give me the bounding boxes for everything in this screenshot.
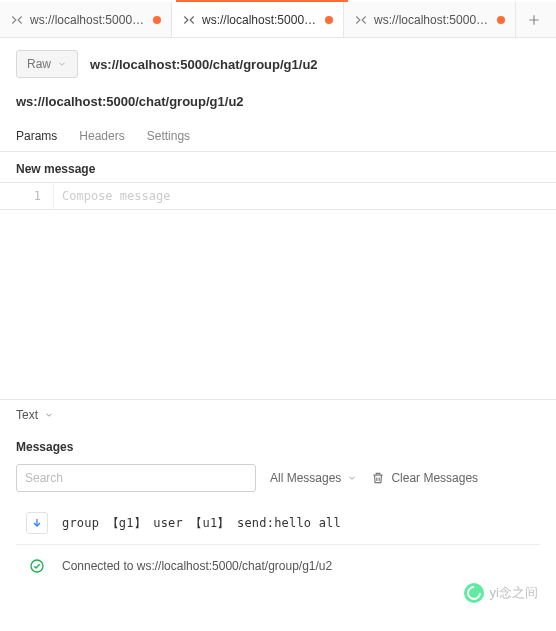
tab-label: ws://localhost:5000/ch (202, 13, 319, 27)
address-row: Raw ws://localhost:5000/chat/group/g1/u2 (0, 38, 556, 90)
websocket-icon (182, 13, 196, 27)
clear-messages-button[interactable]: Clear Messages (371, 471, 478, 485)
unsaved-dot-icon (497, 16, 505, 24)
line-number: 1 (0, 183, 54, 209)
message-text: Connected to ws://localhost:5000/chat/gr… (62, 559, 332, 573)
new-message-title: New message (0, 152, 556, 183)
search-input[interactable] (25, 471, 247, 485)
message-row[interactable]: Connected to ws://localhost:5000/chat/gr… (0, 545, 556, 587)
compose-placeholder: Compose message (54, 183, 556, 209)
plus-icon (527, 13, 541, 27)
subtab-settings[interactable]: Settings (147, 121, 190, 151)
compose-editor[interactable]: 1 Compose message (0, 183, 556, 210)
tab-1[interactable]: ws://localhost:5000/ch (172, 2, 344, 37)
raw-dropdown[interactable]: Raw (16, 50, 78, 78)
connected-icon (26, 555, 48, 577)
tab-label: ws://localhost:5000/ch (30, 13, 147, 27)
response-type-dropdown[interactable]: Text (0, 400, 556, 430)
subtab-params[interactable]: Params (16, 121, 57, 151)
tab-0[interactable]: ws://localhost:5000/ch (0, 2, 172, 37)
tab-bar: ws://localhost:5000/ch ws://localhost:50… (0, 2, 556, 38)
request-subtabs: Params Headers Settings (0, 121, 556, 152)
message-text: group 【g1】 user 【u1】 send:hello all (62, 515, 341, 532)
message-row[interactable]: group 【g1】 user 【u1】 send:hello all (0, 502, 556, 544)
chevron-down-icon (347, 473, 357, 483)
websocket-icon (354, 13, 368, 27)
filter-label: All Messages (270, 471, 341, 485)
subtab-headers[interactable]: Headers (79, 121, 124, 151)
response-type-label: Text (16, 408, 38, 422)
chevron-down-icon (57, 59, 67, 69)
raw-label: Raw (27, 57, 51, 71)
url-breadcrumb: ws://localhost:5000/chat/group/g1/u2 (0, 90, 556, 121)
new-tab-button[interactable] (516, 13, 552, 27)
messages-toolbar: All Messages Clear Messages (0, 460, 556, 502)
editor-blank-area[interactable] (0, 210, 556, 400)
tab-2[interactable]: ws://localhost:5000/ch (344, 2, 516, 37)
tab-label: ws://localhost:5000/ch (374, 13, 491, 27)
unsaved-dot-icon (153, 16, 161, 24)
messages-title: Messages (0, 430, 556, 460)
clear-label: Clear Messages (391, 471, 478, 485)
messages-filter-dropdown[interactable]: All Messages (270, 471, 357, 485)
chevron-down-icon (44, 410, 54, 420)
check-circle-icon (29, 558, 45, 574)
messages-search[interactable] (16, 464, 256, 492)
websocket-icon (10, 13, 24, 27)
incoming-icon (26, 512, 48, 534)
url-display[interactable]: ws://localhost:5000/chat/group/g1/u2 (90, 57, 318, 72)
unsaved-dot-icon (325, 16, 333, 24)
svg-point-0 (31, 560, 43, 572)
arrow-down-icon (31, 517, 43, 529)
trash-icon (371, 471, 385, 485)
